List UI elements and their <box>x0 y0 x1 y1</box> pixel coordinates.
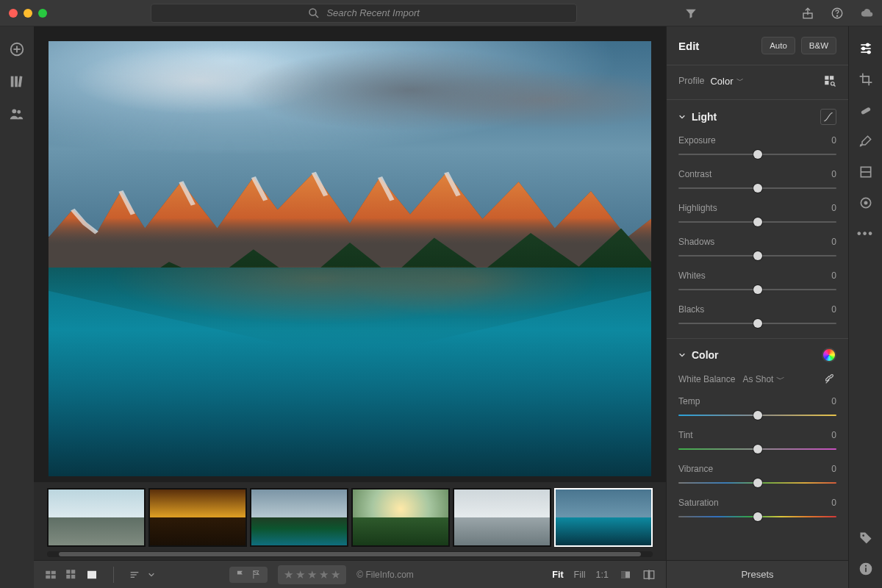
slider-knob[interactable] <box>753 319 762 328</box>
cloud-sync-icon[interactable] <box>860 7 873 20</box>
auto-button[interactable]: Auto <box>761 37 795 54</box>
show-original-icon[interactable] <box>619 568 632 581</box>
slider-value: 0 <box>831 270 836 281</box>
slider-vibrance[interactable]: Vibrance 0 <box>678 464 836 487</box>
profile-label: Profile <box>678 76 704 86</box>
filmstrip <box>34 482 666 560</box>
presets-button[interactable]: Presets <box>667 560 848 588</box>
slider-knob[interactable] <box>753 478 762 487</box>
svg-rect-31 <box>825 76 828 79</box>
slider-label: Highlights <box>678 203 717 213</box>
edit-panel: Edit Auto B&W Profile Color ﹀ Light <box>666 26 848 588</box>
filmstrip-thumb[interactable] <box>351 488 450 547</box>
slider-knob[interactable] <box>753 150 762 159</box>
slider-highlights[interactable]: Highlights 0 <box>678 203 836 226</box>
slider-knob[interactable] <box>753 285 762 294</box>
crop-icon[interactable] <box>858 72 873 87</box>
help-icon[interactable] <box>831 7 844 20</box>
svg-rect-29 <box>650 570 654 578</box>
filmstrip-scrollbar[interactable] <box>47 551 653 557</box>
add-photos-icon[interactable] <box>9 41 25 57</box>
svg-rect-33 <box>825 81 828 85</box>
search-input[interactable]: Search Recent Import <box>151 4 577 23</box>
main-image[interactable] <box>49 41 651 476</box>
light-section-title: Light <box>692 111 717 123</box>
slider-knob[interactable] <box>753 445 762 453</box>
svg-line-1 <box>316 15 319 18</box>
library-icon[interactable] <box>9 74 25 90</box>
compare-icon[interactable] <box>642 568 656 581</box>
star-icon[interactable]: ★ <box>307 568 317 581</box>
zoom-fill[interactable]: Fill <box>574 570 586 580</box>
healing-brush-icon[interactable] <box>858 103 873 118</box>
share-icon[interactable] <box>801 7 814 20</box>
color-mixer-icon[interactable] <box>822 348 836 362</box>
slider-temp[interactable]: Temp 0 <box>678 396 836 420</box>
slider-blacks[interactable]: Blacks 0 <box>678 304 836 328</box>
profile-browser-icon[interactable] <box>823 74 836 87</box>
info-icon[interactable] <box>858 562 873 576</box>
svg-rect-16 <box>51 575 56 578</box>
fullscreen-window-button[interactable] <box>38 9 47 18</box>
star-icon[interactable]: ★ <box>319 568 329 581</box>
more-icon[interactable]: ••• <box>858 226 873 241</box>
svg-rect-21 <box>87 570 96 578</box>
filmstrip-thumb[interactable] <box>148 488 247 547</box>
zoom-fit[interactable]: Fit <box>552 570 563 580</box>
slider-value: 0 <box>831 304 836 315</box>
slider-contrast[interactable]: Contrast 0 <box>678 169 836 193</box>
linear-gradient-icon[interactable] <box>858 165 873 179</box>
square-grid-view-icon[interactable] <box>65 568 78 581</box>
star-icon[interactable]: ★ <box>331 568 340 581</box>
slider-knob[interactable] <box>753 218 762 226</box>
titlebar: Search Recent Import <box>0 0 882 26</box>
star-icon[interactable]: ★ <box>295 568 305 581</box>
window-controls <box>9 9 47 18</box>
search-icon <box>307 7 320 20</box>
rating-stars[interactable]: ★ ★ ★ ★ ★ <box>278 565 346 584</box>
filmstrip-thumb[interactable] <box>47 488 146 547</box>
filter-icon[interactable] <box>684 7 698 20</box>
sort-group[interactable] <box>129 569 155 581</box>
presets-label: Presets <box>741 569 773 580</box>
star-icon[interactable]: ★ <box>284 568 293 581</box>
radial-gradient-icon[interactable] <box>858 196 873 210</box>
white-balance-label: White Balance <box>678 374 735 384</box>
slider-shadows[interactable]: Shadows 0 <box>678 237 836 260</box>
svg-point-41 <box>867 51 870 53</box>
filmstrip-thumb[interactable] <box>250 488 348 547</box>
svg-rect-17 <box>66 570 70 573</box>
minimize-window-button[interactable] <box>24 9 32 18</box>
filmstrip-thumb[interactable] <box>554 488 653 547</box>
brush-icon[interactable] <box>858 134 873 148</box>
slider-tint[interactable]: Tint 0 <box>678 430 836 453</box>
svg-rect-49 <box>865 567 867 572</box>
filmstrip-thumb[interactable] <box>453 488 551 547</box>
svg-point-46 <box>864 201 867 204</box>
light-section-header[interactable]: Light <box>678 109 836 125</box>
profile-value[interactable]: Color <box>710 76 733 87</box>
slider-saturation[interactable]: Saturation 0 <box>678 498 836 521</box>
close-window-button[interactable] <box>9 9 18 18</box>
white-balance-value[interactable]: As Shot <box>742 374 773 384</box>
bw-button[interactable]: B&W <box>801 37 836 54</box>
chevron-down-icon: ﹀ <box>776 373 785 386</box>
tone-curve-icon[interactable] <box>820 109 836 125</box>
slider-exposure[interactable]: Exposure 0 <box>678 135 836 159</box>
slider-knob[interactable] <box>753 411 762 420</box>
keywords-icon[interactable] <box>858 531 873 545</box>
flag-group[interactable] <box>229 567 268 583</box>
edit-sliders-icon[interactable] <box>858 41 873 56</box>
slider-knob[interactable] <box>753 184 762 193</box>
sharing-icon[interactable] <box>9 106 25 122</box>
slider-knob[interactable] <box>753 512 762 521</box>
color-section-header[interactable]: Color <box>678 348 836 362</box>
grid-view-icon[interactable] <box>44 568 57 581</box>
zoom-1to1[interactable]: 1:1 <box>596 570 609 580</box>
view-mode-group <box>44 568 98 581</box>
svg-point-47 <box>862 534 864 537</box>
slider-whites[interactable]: Whites 0 <box>678 270 836 294</box>
detail-view-icon[interactable] <box>85 568 98 581</box>
slider-knob[interactable] <box>753 251 762 260</box>
eyedropper-icon[interactable] <box>823 373 836 386</box>
